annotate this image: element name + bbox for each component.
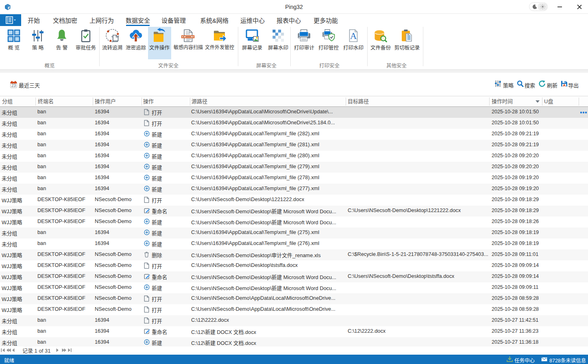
svg-text:23: 23 xyxy=(11,83,16,88)
svg-text:A: A xyxy=(350,31,357,41)
